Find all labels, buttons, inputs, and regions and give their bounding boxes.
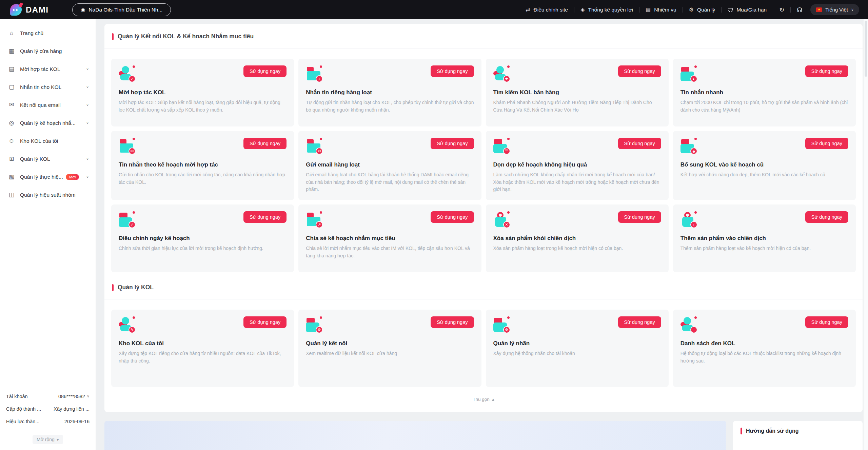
sidebar-item-my-kol[interactable]: ☺ Kho KOL của tôi bbox=[0, 132, 96, 150]
chevron-down-icon: ∨ bbox=[86, 121, 89, 125]
use-now-button[interactable]: Sử dụng ngay bbox=[618, 211, 661, 223]
use-now-button[interactable]: Sử dụng ngay bbox=[431, 138, 474, 149]
section-header-kol: Quản lý KOL bbox=[111, 284, 856, 291]
swap-icon: ⇄ bbox=[526, 6, 530, 13]
bag-add-icon: + bbox=[680, 211, 697, 228]
new-badge: Mới bbox=[66, 174, 79, 180]
use-now-button[interactable]: Sử dụng ngay bbox=[618, 316, 661, 328]
menu-item-purchase[interactable]: Mua/Gia hạn bbox=[723, 7, 771, 13]
sidebar-item-label: Quản lý thực hiệ... bbox=[20, 174, 63, 180]
chart-icon: ◫ bbox=[8, 191, 15, 198]
sidebar-item-email-connect[interactable]: ✉ Kết nối qua email ∨ bbox=[0, 96, 96, 114]
use-now-button[interactable]: Sử dụng ngay bbox=[243, 316, 287, 328]
use-now-button[interactable]: Sử dụng ngay bbox=[618, 138, 661, 149]
menu-item-tasks[interactable]: ▤ Nhiệm vụ bbox=[641, 6, 681, 13]
card-title: Xóa sản phẩm khỏi chiến dịch bbox=[493, 235, 661, 242]
card-description: Chỉnh sửa thời gian hiệu lực của lời mời… bbox=[119, 245, 287, 252]
refresh-icon[interactable]: ↻ bbox=[774, 6, 789, 14]
use-now-button[interactable]: Sử dụng ngay bbox=[805, 316, 848, 328]
scrollbar-thumb[interactable] bbox=[865, 21, 867, 77]
account-row: Tài khoản 086****8582 ∨ bbox=[6, 390, 90, 403]
account-row: Cấp độ thành ... Xây dựng liên ... bbox=[6, 403, 90, 415]
sidebar-nav: ⌂ Trang chủ ▦ Quản lý cửa hàng ▤ Mời hợp… bbox=[0, 23, 96, 204]
tool-card: ☻ Sử dụng ngay Bổ sung KOL vào kế hoạch … bbox=[673, 131, 856, 200]
sidebar-item-label: Quản lý hiệu suất nhóm bbox=[20, 192, 76, 198]
card-title: Kho KOL của tôi bbox=[119, 340, 287, 347]
radio-icon: ◉ bbox=[81, 7, 85, 13]
card-description: Hệ thống tự động loại bỏ các KOL thuộc b… bbox=[680, 350, 848, 365]
promo-banner bbox=[104, 421, 726, 450]
language-label: Tiếng Việt bbox=[825, 7, 848, 13]
menu-item-manage[interactable]: ⚙ Quản lý bbox=[684, 6, 720, 13]
grid-icon: ⊞ bbox=[8, 155, 15, 162]
section-divider bbox=[104, 48, 863, 48]
card-description: Kết hợp với chức năng dọn dẹp, thêm KOL … bbox=[680, 171, 848, 179]
menu-item-benefits[interactable]: ◈ Thống kê quyền lợi bbox=[576, 6, 638, 13]
menu-item-site-adjust[interactable]: ⇄ Điều chỉnh site bbox=[521, 6, 573, 13]
sidebar-item-label: Kho KOL của tôi bbox=[20, 138, 58, 144]
use-now-button[interactable]: Sử dụng ngay bbox=[805, 65, 848, 77]
card-description: Thêm sản phẩm hàng loạt vào kế hoạch mời… bbox=[680, 245, 848, 252]
use-now-button[interactable]: Sử dụng ngay bbox=[243, 211, 287, 223]
section-accent-bar bbox=[112, 33, 114, 40]
tool-card: ✉ Sử dụng ngay Tin nhắn theo kế hoạch mờ… bbox=[111, 131, 294, 200]
use-now-button[interactable]: Sử dụng ngay bbox=[243, 65, 287, 77]
sidebar-item-label: Quản lý kế hoạch nhắ... bbox=[20, 120, 76, 126]
use-now-button[interactable]: Sử dụng ngay bbox=[618, 65, 661, 77]
guide-title: Hướng dẫn sử dụng bbox=[746, 428, 798, 434]
section-accent-bar bbox=[741, 428, 742, 434]
sidebar-item-team-performance[interactable]: ◫ Quản lý hiệu suất nhóm bbox=[0, 186, 96, 204]
sidebar-item-target-plan[interactable]: ◎ Quản lý kế hoạch nhắ... ∨ bbox=[0, 114, 96, 132]
card-title: Nhắn tin riêng hàng loạt bbox=[306, 89, 474, 96]
card-title: Danh sách đen KOL bbox=[680, 340, 848, 347]
sidebar-item-kol-management[interactable]: ⊞ Quản lý KOL ∨ bbox=[0, 150, 96, 168]
section-divider bbox=[104, 299, 863, 299]
chevron-down-icon: ∨ bbox=[86, 67, 89, 71]
sidebar-item-kol-invite[interactable]: ▤ Mời hợp tác KOL ∨ bbox=[0, 60, 96, 78]
brand-name: DAMI bbox=[26, 5, 48, 15]
store-selector[interactable]: ◉ NaDa Oils-Tinh Dầu Thiên Nh... bbox=[72, 3, 171, 16]
topbar: DAMI ◉ NaDa Oils-Tinh Dầu Thiên Nh... ⇄ … bbox=[0, 0, 868, 19]
tool-card: ▸ Sử dụng ngay Tin nhắn nhanh Chạm tới 2… bbox=[673, 59, 856, 126]
chevron-down-icon: ∨ bbox=[86, 85, 89, 89]
printer-clean-icon: ☰ bbox=[493, 138, 510, 155]
use-now-button[interactable]: Sử dụng ngay bbox=[431, 316, 474, 328]
sidebar-item-label: Kết nối qua email bbox=[20, 102, 61, 108]
headset-icon[interactable]: ☊ bbox=[792, 6, 807, 14]
tool-card: ⚙ Sử dụng ngay Quản lý kết nối Xem realt… bbox=[298, 310, 481, 387]
sidebar-item-message-kol[interactable]: ▢ Nhắn tin cho KOL ∨ bbox=[0, 78, 96, 96]
expand-button[interactable]: Mở rộng ▾ bbox=[33, 435, 63, 444]
collapse-button[interactable]: Thu gọn ▴ bbox=[111, 396, 856, 402]
chevron-down-icon: ∨ bbox=[851, 7, 854, 12]
triangle-up-icon: ▴ bbox=[492, 396, 494, 402]
divider bbox=[683, 7, 683, 13]
membership-level-value: Xây dựng liên ... bbox=[54, 406, 90, 412]
menu-label: Điều chỉnh site bbox=[534, 7, 568, 13]
sidebar-item-execution[interactable]: ▧ Quản lý thực hiệ... Mới ∨ bbox=[0, 168, 96, 186]
card-title: Mời hợp tác KOL bbox=[119, 89, 287, 96]
dami-logo-icon bbox=[10, 4, 22, 16]
rocket-icon: ▸ bbox=[680, 65, 697, 82]
language-selector[interactable]: ★ Tiếng Việt ∨ bbox=[810, 4, 859, 15]
card-description: Xây dựng tệp KOL riêng cho cửa hàng từ n… bbox=[119, 350, 287, 365]
bottom-row: Hướng dẫn sử dụng bbox=[104, 421, 863, 450]
tool-card: ✕ Sử dụng ngay Xóa sản phẩm khỏi chiến d… bbox=[486, 204, 669, 272]
use-now-button[interactable]: Sử dụng ngay bbox=[805, 138, 848, 149]
use-now-button[interactable]: Sử dụng ngay bbox=[431, 211, 474, 223]
use-now-button[interactable]: Sử dụng ngay bbox=[805, 211, 848, 223]
sidebar-item-store-management[interactable]: ▦ Quản lý cửa hàng bbox=[0, 42, 96, 60]
use-now-button[interactable]: Sử dụng ngay bbox=[243, 138, 287, 149]
card-description: Mời hợp tác KOL: Giúp bạn kết nối hàng l… bbox=[119, 99, 287, 114]
folder-share-icon: ↗ bbox=[306, 211, 323, 228]
section-header-connect: Quản lý Kết nối KOL & Kế hoạch Nhắm mục … bbox=[111, 33, 856, 40]
brand: DAMI bbox=[10, 4, 48, 16]
sidebar-item-home[interactable]: ⌂ Trang chủ bbox=[0, 24, 96, 42]
account-value-dropdown[interactable]: 086****8582 ∨ bbox=[58, 394, 90, 399]
page-scrollbar[interactable] bbox=[864, 19, 868, 450]
card-grid-connect: ✓ Sử dụng ngay Mời hợp tác KOL Mời hợp t… bbox=[111, 59, 856, 272]
person-check-icon: ✓ bbox=[119, 65, 136, 82]
use-now-button[interactable]: Sử dụng ngay bbox=[431, 65, 474, 77]
card-title: Dọn dẹp kế hoạch không hiệu quả bbox=[493, 161, 661, 168]
idcard-gear-icon: ⚙ bbox=[306, 316, 323, 333]
chevron-down-icon: ∨ bbox=[87, 394, 90, 398]
